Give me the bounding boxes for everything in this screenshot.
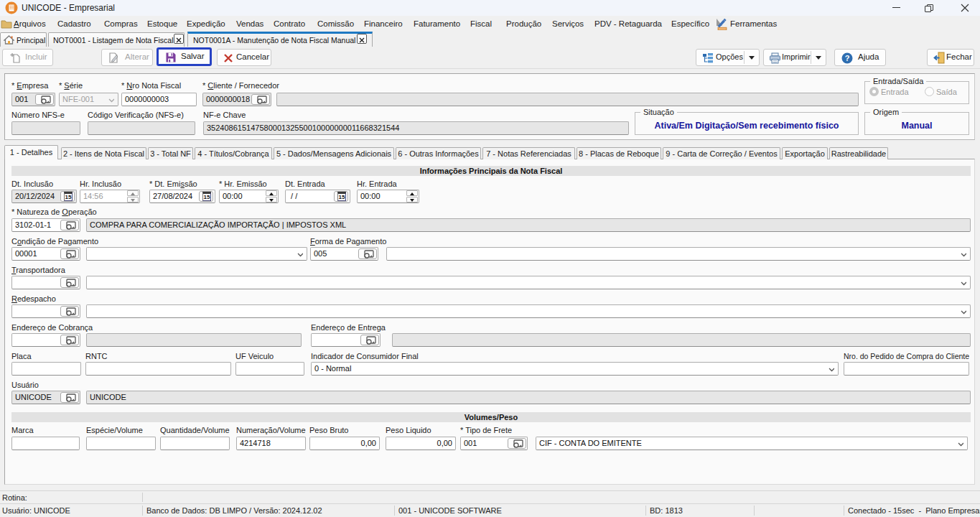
svg-text:?: ?: [845, 54, 850, 62]
